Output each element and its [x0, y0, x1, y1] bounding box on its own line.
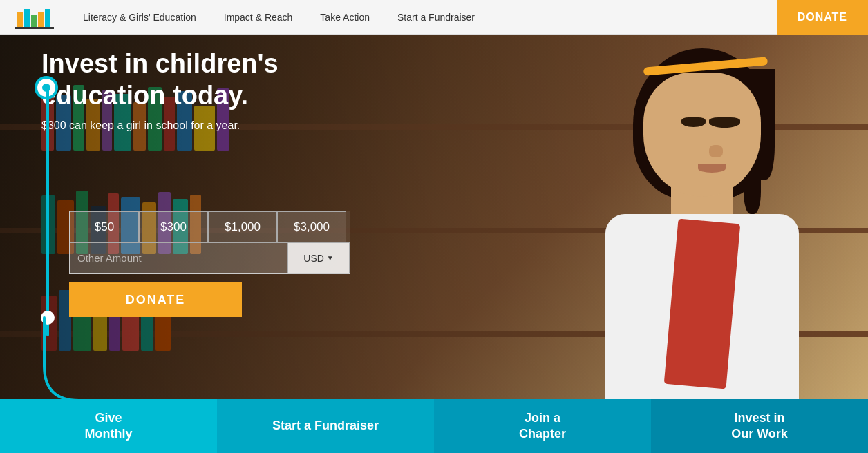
svg-rect-2: [31, 15, 37, 27]
amount-btn-300[interactable]: $300: [139, 211, 208, 242]
amount-grid: $50 $300 $1,000 $3,000 USD ▼: [69, 211, 350, 274]
hero-subtitle: $300 can keep a girl in school for a yea…: [41, 119, 249, 132]
svg-rect-5: [15, 27, 54, 29]
currency-label: USD: [303, 253, 324, 264]
donation-form: $50 $300 $1,000 $3,000 USD ▼ DONATE: [69, 211, 350, 317]
logo[interactable]: [0, 0, 69, 35]
other-amount-input[interactable]: [70, 242, 287, 273]
join-chapter-button[interactable]: Join a Chapter: [434, 399, 651, 453]
nav-link-action[interactable]: Take Action: [306, 0, 384, 35]
hero-section: Invest in children's education today. $3…: [0, 35, 868, 406]
nav-donate-button[interactable]: DONATE: [777, 0, 868, 35]
hero-text-content: Invest in children's education today. $3…: [41, 48, 332, 149]
navbar: Literacy & Girls' Education Impact & Rea…: [0, 0, 868, 35]
nav-links: Literacy & Girls' Education Impact & Rea…: [69, 0, 777, 35]
give-monthly-button[interactable]: Give Monthly: [0, 399, 217, 453]
amount-row-top: $50 $300 $1,000 $3,000: [70, 211, 350, 242]
svg-rect-1: [24, 9, 30, 27]
nav-link-literacy[interactable]: Literacy & Girls' Education: [69, 0, 210, 35]
invest-work-label: Invest in Our Work: [731, 410, 788, 443]
bottom-bar: Give Monthly Start a Fundraiser Join a C…: [0, 399, 868, 453]
chevron-down-icon: ▼: [327, 254, 334, 262]
amount-btn-3000[interactable]: $3,000: [277, 211, 346, 242]
amount-input-row: USD ▼: [70, 242, 350, 273]
amount-btn-50[interactable]: $50: [70, 211, 139, 242]
invest-work-button[interactable]: Invest in Our Work: [651, 399, 868, 453]
nav-link-fundraiser[interactable]: Start a Fundraiser: [384, 0, 489, 35]
start-fundraiser-button[interactable]: Start a Fundraiser: [217, 399, 434, 453]
svg-rect-0: [17, 12, 23, 27]
svg-rect-4: [45, 9, 50, 27]
timeline-line: [46, 88, 49, 336]
give-monthly-label: Give Monthly: [85, 410, 133, 443]
timeline-dot-mid: [41, 311, 55, 325]
currency-select[interactable]: USD ▼: [287, 242, 350, 273]
hero-title: Invest in children's education today.: [41, 48, 332, 111]
amount-btn-1000[interactable]: $1,000: [208, 211, 277, 242]
join-chapter-label: Join a Chapter: [519, 410, 566, 443]
girl-figure-area: [467, 35, 868, 406]
nav-link-impact[interactable]: Impact & Reach: [210, 0, 307, 35]
start-fundraiser-label: Start a Fundraiser: [272, 418, 379, 434]
svg-rect-3: [38, 12, 44, 27]
donate-button[interactable]: DONATE: [69, 282, 242, 317]
